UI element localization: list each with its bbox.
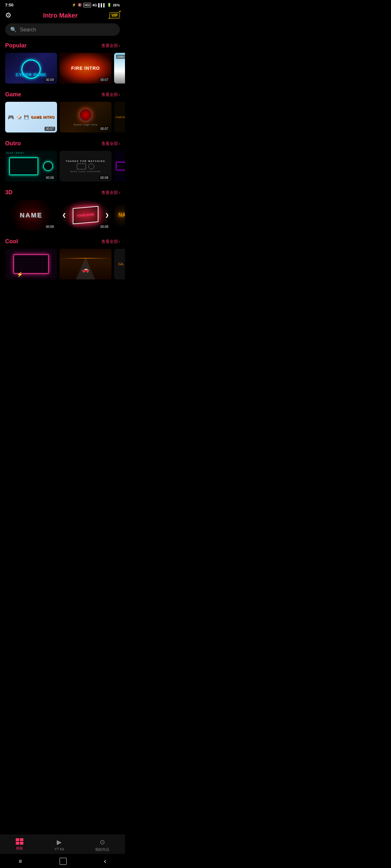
game-emoji-1: 🎮	[8, 114, 14, 120]
outro-duration-1: 00:08	[99, 176, 110, 180]
cool-item-1[interactable]: 🚗	[60, 249, 112, 279]
game-intro-text: GAME INTRO	[31, 116, 55, 119]
game-logo-ball	[79, 108, 92, 121]
bluetooth-icon: ⚡	[72, 3, 76, 7]
outro2-sub: MORE VIDEO SUBSCRIBE	[71, 170, 101, 173]
popular-section: Popular 查看全部 › CYBER PUNK 00:09 FIRE INT…	[0, 42, 125, 84]
android-back-btn[interactable]: ‹	[104, 857, 106, 865]
android-menu-btn[interactable]: ≡	[19, 858, 22, 865]
fire-text: FIRE INTRO	[71, 66, 100, 71]
cool1-bricks	[5, 249, 57, 279]
popular-see-all[interactable]: 查看全部 ›	[101, 43, 120, 49]
game-item-0[interactable]: 🎮 🎲 💾 GAME INTRO 00:07	[5, 102, 57, 132]
cool-section: Cool 查看全部 › ⚡ 🚗	[0, 238, 125, 279]
outro-item-1[interactable]: THANKS FOR WATCHING MORE VIDEO SUBSCRIBE…	[60, 151, 112, 182]
popular-item-0[interactable]: CYBER PUNK 00:09	[5, 53, 57, 84]
3d-title: 3D	[5, 189, 12, 196]
outro-thumbnails: FILES • RESET 00:08 THANKS FOR WATCHING …	[0, 151, 125, 182]
game-item-2[interactable]: Cool Ga...	[114, 102, 125, 132]
outro1-frame	[9, 157, 38, 175]
nav-myworks[interactable]: ⊙ 我的作品	[95, 838, 109, 852]
status-icons: ⚡ 🔇 HD2 4G ▌▌▌ 🔋 26%	[72, 3, 120, 7]
myworks-icon: ⊙	[100, 838, 105, 846]
cool2-car: 🚗	[82, 266, 89, 273]
outro-header: Outro 查看全部 ›	[0, 140, 125, 151]
yourname-arrow-right: ❯	[105, 213, 109, 218]
outro-see-all[interactable]: 查看全部 ›	[101, 141, 120, 147]
chevron-right-icon-5: ›	[119, 239, 120, 244]
cool-item-0[interactable]: ⚡	[5, 249, 57, 279]
cool-item-2[interactable]: GA...	[114, 249, 125, 279]
nav-items: 模板 ▶ YT Kit ⊙ 我的作品	[0, 835, 125, 854]
hd2-icon: HD2	[83, 3, 91, 7]
settings-button[interactable]: ⚙	[5, 11, 11, 20]
yourname-arrow-left: ❮	[62, 213, 66, 218]
ytkit-icon: ▶	[57, 838, 61, 846]
outro-item-2[interactable]	[114, 151, 125, 182]
game-logo-text: Game Logo Intro	[74, 123, 97, 126]
3d-header: 3D 查看全部 ›	[0, 189, 125, 200]
3d-thumbnails: NAME 00:08 YOUR NAME ❮ ❯ 00:08	[0, 200, 125, 230]
android-nav: ≡ ‹	[0, 854, 125, 868]
nav-ytkit[interactable]: ▶ YT Kit	[55, 838, 64, 852]
game-emoji-3: 💾	[24, 115, 29, 119]
signal-icon: 4G	[92, 3, 97, 7]
cool-title: Cool	[5, 238, 18, 245]
nav-templates-label: 模板	[16, 846, 23, 851]
cool-see-all[interactable]: 查看全部 ›	[101, 239, 120, 245]
gear-icon: ⚙	[5, 11, 11, 19]
game-header: Game 查看全部 ›	[0, 91, 125, 102]
game-duration-1: 00:07	[99, 127, 110, 131]
3d-duration-0: 00:08	[45, 225, 55, 229]
popular-item-2[interactable]: ⊡REC	[114, 53, 125, 84]
yourname-text: YOUR NAME	[77, 213, 94, 218]
vip-badge: VIP	[109, 12, 120, 19]
outro-title: Outro	[5, 140, 21, 147]
game-item-1[interactable]: Game Logo Intro 00:07	[60, 102, 112, 132]
game-see-all[interactable]: 查看全部 ›	[101, 92, 120, 98]
search-icon: 🔍	[10, 27, 17, 33]
nav-templates[interactable]: 模板	[16, 838, 23, 852]
game-emoji-2: 🎲	[16, 115, 22, 120]
3d-item-2[interactable]: NA	[114, 200, 125, 230]
outro1-circle	[43, 161, 53, 171]
cool3-partial-text: GA...	[119, 262, 125, 266]
3d-na-text: NA	[118, 212, 125, 218]
mute-icon: 🔇	[78, 3, 82, 7]
chevron-right-icon-3: ›	[119, 141, 120, 146]
status-time: 7:50	[5, 3, 13, 7]
3d-see-all[interactable]: 查看全部 ›	[101, 190, 120, 195]
cyberpunk-text: CYBER PUNK	[16, 72, 47, 77]
3d-item-0[interactable]: NAME 00:08	[5, 200, 57, 230]
vip-star-bottom: ✦	[108, 17, 110, 20]
3d-item-1[interactable]: YOUR NAME ❮ ❯ 00:08	[60, 200, 112, 230]
chevron-right-icon-2: ›	[119, 92, 120, 97]
game-title: Game	[5, 91, 21, 98]
chevron-right-icon: ›	[119, 43, 120, 48]
cool2-horizon	[60, 258, 112, 258]
template-icon	[16, 838, 23, 845]
battery-percent: 26%	[113, 3, 120, 7]
popular-item-1[interactable]: FIRE INTRO 00:07	[60, 53, 112, 84]
yourname-diamond: YOUR NAME	[73, 206, 99, 224]
bottom-nav: 模板 ▶ YT Kit ⊙ 我的作品 ≡ ‹	[0, 835, 125, 868]
popular-duration-0: 00:09	[45, 78, 55, 82]
search-bar[interactable]: 🔍 Search	[5, 23, 120, 36]
vip-button[interactable]: ✦ VIP ✦	[109, 12, 120, 19]
battery-icon: 🔋	[107, 3, 112, 7]
status-bar: 7:50 ⚡ 🔇 HD2 4G ▌▌▌ 🔋 26%	[0, 0, 125, 9]
app-title: Intro Maker	[43, 12, 78, 19]
3d-name-text: NAME	[20, 212, 43, 219]
outro2-square	[77, 163, 86, 169]
game-duration-0: 00:07	[45, 127, 55, 131]
outro-section: Outro 查看全部 › FILES • RESET 00:08 THANKS …	[0, 140, 125, 182]
nav-myworks-label: 我的作品	[95, 847, 109, 852]
outro3-frame	[116, 162, 125, 170]
nav-ytkit-label: YT Kit	[55, 847, 64, 851]
outro-item-0[interactable]: FILES • RESET 00:08	[5, 151, 57, 182]
chevron-right-icon-4: ›	[119, 190, 120, 195]
android-home-btn[interactable]	[60, 858, 67, 865]
3d-duration-1: 00:08	[99, 225, 110, 229]
signal-bars: ▌▌▌	[99, 3, 106, 7]
popular-title: Popular	[5, 42, 27, 49]
